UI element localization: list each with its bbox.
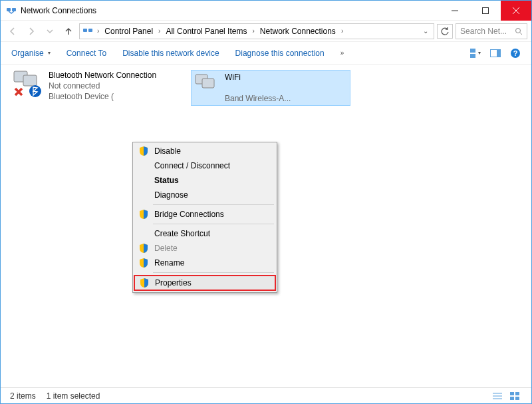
menu-item-connect-disconnect[interactable]: Connect / Disconnect bbox=[134, 158, 275, 173]
close-button[interactable] bbox=[501, 1, 531, 21]
svg-rect-19 bbox=[23, 75, 37, 86]
svg-rect-0 bbox=[7, 8, 11, 11]
menu-separator bbox=[153, 204, 274, 205]
shield-icon bbox=[139, 278, 150, 288]
adapter-name: Bluetooth Network Connection bbox=[49, 70, 156, 81]
adapter-status: Not connected bbox=[49, 81, 156, 91]
bluetooth-adapter-icon bbox=[11, 70, 43, 98]
svg-text:?: ? bbox=[513, 49, 518, 57]
svg-rect-6 bbox=[83, 29, 87, 32]
context-menu: Disable Connect / Disconnect Status Diag… bbox=[132, 142, 277, 293]
maximize-button[interactable] bbox=[470, 1, 501, 21]
menu-separator bbox=[153, 272, 274, 273]
wifi-adapter-icon bbox=[193, 72, 219, 96]
up-button[interactable] bbox=[61, 23, 76, 39]
disable-device-button[interactable]: Disable this network device bbox=[122, 49, 219, 58]
adapter-status bbox=[225, 83, 291, 93]
adapter-device: Band Wireless-A... bbox=[225, 93, 291, 104]
svg-line-9 bbox=[520, 33, 522, 35]
app-icon bbox=[6, 5, 17, 16]
preview-pane-icon[interactable] bbox=[490, 48, 501, 59]
menu-item-diagnose[interactable]: Diagnose bbox=[134, 188, 275, 202]
breadcrumb-item[interactable]: Control Panel bbox=[102, 27, 156, 36]
status-count: 2 items bbox=[10, 391, 36, 401]
tiles-view-button[interactable] bbox=[507, 390, 522, 402]
menu-item-delete[interactable]: Delete bbox=[134, 241, 275, 256]
svg-rect-26 bbox=[510, 392, 514, 395]
view-options-icon[interactable]: ▾ bbox=[470, 48, 481, 59]
details-view-button[interactable] bbox=[490, 390, 505, 402]
back-button[interactable] bbox=[5, 23, 21, 39]
menu-item-properties[interactable]: Properties bbox=[134, 275, 276, 291]
connect-to-button[interactable]: Connect To bbox=[66, 49, 107, 58]
dropdown-icon[interactable]: ⌄ bbox=[420, 27, 431, 35]
minimize-button[interactable] bbox=[440, 1, 470, 21]
svg-rect-10 bbox=[470, 49, 475, 53]
help-icon[interactable]: ? bbox=[510, 48, 521, 59]
search-placeholder: Search Net... bbox=[460, 27, 507, 36]
status-bar: 2 items 1 item selected bbox=[1, 387, 531, 403]
svg-rect-28 bbox=[510, 397, 514, 400]
shield-icon bbox=[138, 258, 149, 268]
breadcrumb-item[interactable]: All Control Panel Items bbox=[163, 27, 249, 36]
svg-rect-7 bbox=[88, 29, 92, 32]
diagnose-button[interactable]: Diagnose this connection bbox=[235, 49, 325, 58]
chevron-right-icon[interactable]: › bbox=[96, 27, 100, 35]
network-adapter-bluetooth[interactable]: Bluetooth Network Connection Not connect… bbox=[11, 70, 171, 102]
menu-item-create-shortcut[interactable]: Create Shortcut bbox=[134, 226, 275, 241]
shield-icon bbox=[138, 209, 149, 220]
toolbar: Organise▾ Connect To Disable this networ… bbox=[1, 42, 531, 65]
adapter-name: WiFi bbox=[225, 72, 291, 83]
svg-rect-27 bbox=[515, 392, 519, 395]
shield-icon bbox=[138, 146, 149, 156]
search-icon bbox=[515, 27, 523, 35]
chevron-right-icon[interactable]: › bbox=[251, 27, 255, 35]
location-icon bbox=[82, 26, 93, 37]
svg-rect-3 bbox=[483, 7, 489, 13]
titlebar: Network Connections bbox=[1, 1, 531, 21]
menu-item-rename[interactable]: Rename bbox=[134, 256, 275, 270]
breadcrumb[interactable]: › Control Panel › All Control Panel Item… bbox=[79, 23, 434, 39]
network-adapter-wifi[interactable]: WiFi Band Wireless-A... bbox=[191, 70, 350, 106]
svg-rect-15 bbox=[497, 49, 501, 57]
refresh-button[interactable] bbox=[437, 24, 453, 39]
chevron-right-icon[interactable]: › bbox=[157, 27, 162, 35]
svg-rect-29 bbox=[515, 397, 519, 400]
organise-button[interactable]: Organise▾ bbox=[11, 49, 51, 58]
search-input[interactable]: Search Net... bbox=[456, 23, 527, 39]
menu-separator bbox=[153, 224, 274, 224]
svg-rect-22 bbox=[202, 79, 214, 88]
status-selected: 1 item selected bbox=[47, 391, 100, 401]
forward-button[interactable] bbox=[23, 23, 39, 39]
recent-button[interactable] bbox=[42, 23, 58, 39]
menu-item-bridge[interactable]: Bridge Connections bbox=[134, 207, 275, 222]
adapter-device: Bluetooth Device ( bbox=[49, 91, 156, 102]
overflow-icon[interactable]: » bbox=[340, 49, 344, 57]
window-title: Network Connections bbox=[21, 6, 440, 15]
address-bar: › Control Panel › All Control Panel Item… bbox=[1, 21, 531, 42]
menu-item-status[interactable]: Status bbox=[134, 173, 275, 188]
svg-point-8 bbox=[516, 28, 521, 33]
menu-item-disable[interactable]: Disable bbox=[134, 144, 275, 158]
content-area: Bluetooth Network Connection Not connect… bbox=[1, 65, 531, 383]
shield-icon bbox=[138, 243, 149, 254]
breadcrumb-item[interactable]: Network Connections bbox=[257, 27, 338, 36]
chevron-down-icon: ▾ bbox=[48, 50, 51, 56]
svg-rect-12 bbox=[470, 54, 475, 58]
svg-rect-1 bbox=[12, 8, 16, 11]
chevron-right-icon[interactable]: › bbox=[340, 27, 344, 35]
